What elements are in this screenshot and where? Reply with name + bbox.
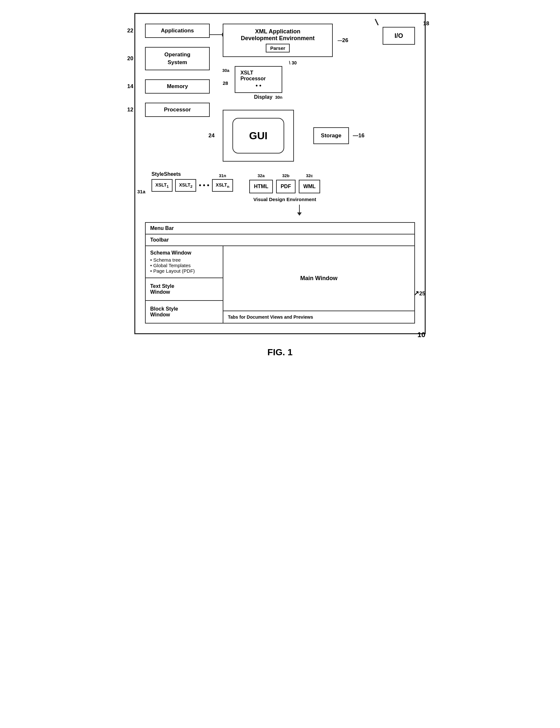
io-box: I/O [383, 27, 415, 45]
xslt1-box: XSLT1 [152, 179, 173, 192]
ref-28: 28 [223, 80, 228, 86]
html-box: HTML [249, 180, 273, 193]
menu-bar: Menu Bar [146, 223, 414, 234]
pdf-box: PDF [276, 180, 295, 193]
schema-window: Schema Window • Schema tree • Global Tem… [146, 246, 223, 278]
ref-31a: 31a [137, 189, 145, 194]
ref-22: 22 [127, 28, 133, 34]
xslt2-box: XSLT2 [175, 179, 196, 192]
xml-app-box: XML Application Development Environment … [223, 24, 333, 57]
xsltn-box: XSLTn [212, 179, 234, 192]
applications-box: Applications [145, 24, 210, 38]
ref-16: —16 [353, 132, 364, 139]
text-style-window: Text Style Window [146, 278, 223, 301]
operating-system-box: Operating System [145, 47, 210, 70]
ref-25: ↗25 [414, 289, 425, 297]
memory-box: Memory [145, 79, 210, 94]
tabs-bar: Tabs for Document Views and Previews [223, 311, 414, 323]
ref-20: 20 [127, 55, 133, 62]
ref-12: 12 [127, 107, 133, 113]
ref-14: 14 [127, 83, 133, 90]
ref-31n: 31n [219, 173, 226, 178]
visual-design-label: Visual Design Environment [254, 197, 316, 202]
ref-30: \ 30 [289, 60, 296, 65]
ref-18: 18 [423, 20, 429, 27]
display-label: Display 30n [254, 94, 282, 100]
gui-inner: GUI [233, 118, 284, 154]
ref-32a: 32a [258, 173, 265, 178]
dots-middle: • • • [199, 182, 209, 189]
main-window: Main Window [223, 246, 414, 311]
wml-box: WML [299, 180, 320, 193]
xslt-processor-box: XSLT Processor • • [235, 66, 282, 93]
ref-30a: 30a [223, 68, 230, 73]
vde-right-panel: Main Window Tabs for Document Views and … [223, 246, 414, 323]
ref-32c: 32c [306, 173, 313, 178]
ref-26: —26 [337, 37, 348, 44]
vde-inner: Schema Window • Schema tree • Global Tem… [146, 246, 414, 323]
ref-24: 24 [209, 132, 215, 139]
parser-box: Parser [266, 44, 290, 52]
ref-32b: 32b [282, 173, 289, 178]
vde-left-panel: Schema Window • Schema tree • Global Tem… [146, 246, 223, 323]
fig-caption: FIG. 1 [134, 347, 426, 358]
ref-30n: 30n [275, 95, 282, 100]
main-diagram: 10 22 Applications 20 Operating System [134, 13, 426, 334]
toolbar: Toolbar [146, 234, 414, 246]
gui-box: GUI [223, 110, 294, 162]
processor-box: Processor [145, 103, 210, 117]
block-style-window: Block Style Window [146, 301, 223, 323]
storage-box: Storage —16 [313, 127, 349, 144]
ref-10: 10 [417, 331, 425, 339]
vde-section: ↗25 Menu Bar Toolbar Schema Window • Sch… [145, 222, 415, 324]
